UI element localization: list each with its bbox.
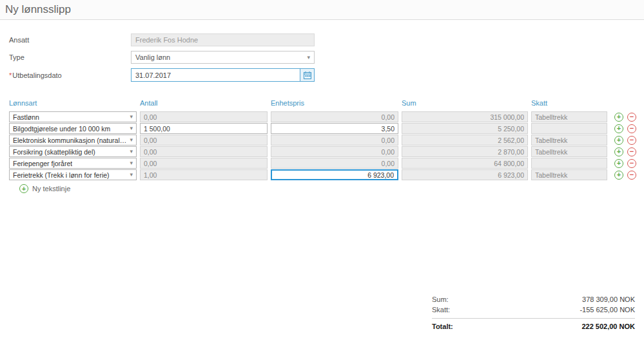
form-row-type: Type Vanlig lønn ▾ — [9, 51, 635, 64]
enhetspris-input[interactable] — [271, 158, 398, 169]
summary-sum-row: Sum: 378 309,00 NOK — [432, 294, 635, 305]
sum-label: Sum: — [432, 296, 449, 303]
sum-input — [402, 158, 528, 169]
lonnsart-select[interactable]: Bilgodtgjørelse under 10 000 km ▾ — [9, 123, 137, 134]
minus-icon: − — [630, 136, 634, 144]
skatt-input — [531, 123, 607, 134]
form-row-utbetalingsdato: *Utbetalingsdato — [9, 68, 635, 82]
enhetspris-input[interactable] — [271, 135, 398, 146]
remove-row-button[interactable]: − — [627, 136, 636, 145]
calendar-button[interactable] — [300, 69, 314, 81]
total-value: 222 502,00 NOK — [581, 323, 635, 330]
minus-icon: − — [630, 171, 634, 178]
antall-input[interactable] — [140, 158, 268, 169]
utbetalingsdato-input[interactable] — [132, 69, 300, 81]
chevron-down-icon: ▾ — [130, 149, 133, 155]
antall-input[interactable] — [140, 123, 268, 134]
add-text-line-label: Ny tekstlinje — [32, 185, 70, 192]
type-select-value: Vanlig lønn — [135, 53, 170, 61]
antall-input[interactable] — [140, 135, 268, 146]
type-label: Type — [9, 53, 131, 61]
antall-input[interactable] — [140, 146, 268, 157]
remove-row-button[interactable]: − — [627, 159, 636, 168]
add-text-line-button[interactable]: + Ny tekstlinje — [19, 184, 635, 193]
summary-total-row: Totalt: 222 502,00 NOK — [432, 321, 635, 332]
table-row: Ferietrekk (Trekk i lønn for ferie) ▾ + … — [9, 169, 635, 180]
skatt-input — [531, 111, 607, 122]
chevron-down-icon: ▾ — [307, 55, 310, 61]
page-title: Ny lønnsslipp — [5, 3, 638, 16]
sum-input — [402, 146, 528, 157]
add-row-button[interactable]: + — [614, 124, 623, 133]
header-enhetspris: Enhetspris — [271, 99, 398, 107]
ansatt-label: Ansatt — [9, 36, 131, 44]
plus-icon: + — [617, 160, 621, 167]
sum-value: 378 309,00 NOK — [582, 296, 635, 303]
plus-icon: + — [617, 171, 621, 178]
utbetalingsdato-field-wrap — [131, 68, 315, 82]
table-row: Bilgodtgjørelse under 10 000 km ▾ + − — [9, 123, 635, 134]
total-label: Totalt: — [432, 323, 453, 330]
table-row: Elektronisk kommunikasjon (naturalytelse… — [9, 135, 635, 146]
skatt-input — [531, 135, 607, 146]
plus-icon: + — [617, 113, 621, 120]
minus-icon: − — [630, 125, 634, 132]
chevron-down-icon: ▾ — [130, 160, 133, 166]
sum-input — [402, 123, 528, 134]
skatt-input — [531, 146, 607, 157]
page-header: Ny lønnsslipp — [0, 0, 644, 20]
plus-icon: + — [617, 125, 621, 132]
payslip-form: Ansatt Type Vanlig lønn ▾ *Utbetalingsda… — [0, 20, 644, 82]
table-header-row: Lønnsart Antall Enhetspris Sum Skatt — [9, 99, 635, 107]
sum-input — [402, 169, 528, 180]
calendar-icon — [304, 71, 311, 79]
header-antall: Antall — [140, 99, 268, 107]
add-row-button[interactable]: + — [614, 113, 623, 122]
minus-icon: − — [630, 148, 634, 155]
summary-divider — [432, 318, 635, 319]
add-row-button[interactable]: + — [614, 147, 623, 156]
skatt-value: -155 625,00 NOK — [580, 306, 635, 314]
payslip-lines-table: Lønnsart Antall Enhetspris Sum Skatt Fas… — [0, 99, 644, 193]
lonnsart-select[interactable]: Feriepenger fjoråret ▾ — [9, 158, 137, 169]
table-row: Feriepenger fjoråret ▾ + − — [9, 158, 635, 169]
summary-skatt-row: Skatt: -155 625,00 NOK — [432, 305, 635, 315]
remove-row-button[interactable]: − — [627, 147, 636, 156]
ansatt-field — [131, 33, 315, 46]
chevron-down-icon: ▾ — [130, 126, 133, 131]
enhetspris-input[interactable] — [271, 123, 398, 134]
add-row-button[interactable]: + — [614, 171, 623, 180]
add-row-button[interactable]: + — [614, 159, 623, 168]
enhetspris-input[interactable] — [271, 146, 398, 157]
antall-input[interactable] — [140, 169, 268, 180]
minus-icon: − — [630, 160, 634, 167]
lonnsart-select[interactable]: Forsikring (skattepliktig del) ▾ — [9, 146, 137, 157]
remove-row-button[interactable]: − — [627, 113, 636, 122]
table-row: Forsikring (skattepliktig del) ▾ + − — [9, 146, 635, 157]
lonnsart-select[interactable]: Elektronisk kommunikasjon (naturalytelse… — [9, 135, 137, 146]
chevron-down-icon: ▾ — [130, 137, 133, 143]
table-row: Fastlønn ▾ + − — [9, 111, 635, 122]
antall-input[interactable] — [140, 111, 268, 122]
skatt-input — [531, 158, 607, 169]
utbetalingsdato-label: *Utbetalingsdato — [9, 71, 131, 79]
header-sum: Sum — [402, 99, 528, 107]
remove-row-button[interactable]: − — [627, 171, 636, 180]
sum-input — [402, 135, 528, 146]
plus-icon: + — [617, 136, 621, 144]
enhetspris-input[interactable] — [271, 169, 398, 180]
enhetspris-input[interactable] — [271, 111, 398, 122]
add-row-button[interactable]: + — [614, 136, 623, 145]
chevron-down-icon: ▾ — [130, 114, 133, 120]
required-mark: * — [9, 71, 12, 79]
header-lonnsart: Lønnsart — [9, 99, 137, 107]
chevron-down-icon: ▾ — [130, 172, 133, 178]
lonnsart-select[interactable]: Ferietrekk (Trekk i lønn for ferie) ▾ — [9, 169, 137, 180]
totals-summary: Sum: 378 309,00 NOK Skatt: -155 625,00 N… — [432, 294, 635, 332]
lonnsart-select[interactable]: Fastlønn ▾ — [9, 111, 137, 122]
skatt-input — [531, 169, 607, 180]
minus-icon: − — [630, 113, 634, 120]
remove-row-button[interactable]: − — [627, 124, 636, 133]
type-select[interactable]: Vanlig lønn ▾ — [131, 51, 315, 64]
form-row-ansatt: Ansatt — [9, 33, 635, 46]
